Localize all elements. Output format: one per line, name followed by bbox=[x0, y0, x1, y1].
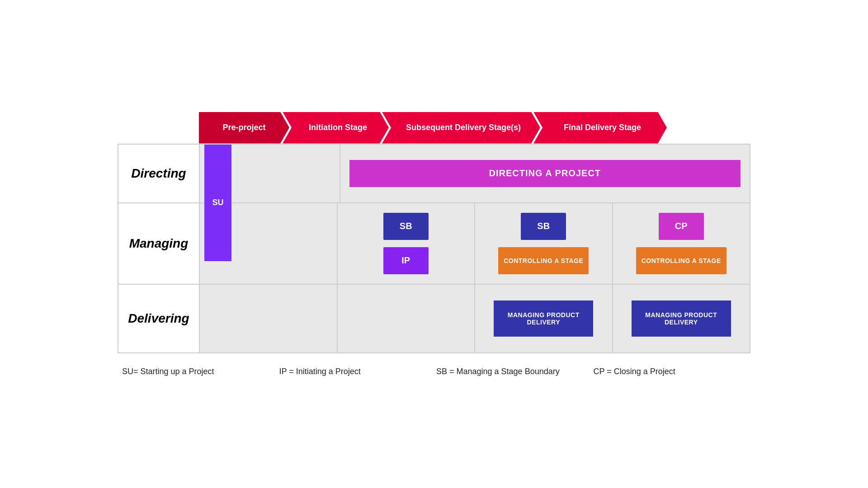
arrow-preproject: Pre-project bbox=[199, 112, 289, 144]
ip-box: IP bbox=[383, 247, 429, 274]
managing-cells: SB IP SB CONTROLLING A STAGE bbox=[200, 203, 750, 284]
mpd1-box: MANAGING PRODUCT DELIVERY bbox=[494, 300, 593, 337]
delivering-cell-subsequent: MANAGING PRODUCT DELIVERY bbox=[475, 285, 613, 352]
legend-row: SU= Starting up a Project IP = Initiatin… bbox=[118, 367, 750, 376]
legend-cp: CP = Closing a Project bbox=[594, 367, 751, 376]
cas2-box: CONTROLLING A STAGE bbox=[636, 247, 726, 274]
directing-label-cell: Directing bbox=[118, 145, 200, 202]
directing-cells: SU DIRECTING A PROJECT bbox=[200, 145, 750, 202]
arrow-initiation: Initiation Stage bbox=[283, 112, 389, 144]
sb2-box: SB bbox=[521, 213, 566, 240]
directing-bar: DIRECTING A PROJECT bbox=[349, 160, 741, 187]
delivering-cell-preproject bbox=[200, 285, 338, 352]
delivering-cell-final: MANAGING PRODUCT DELIVERY bbox=[613, 285, 750, 352]
managing-cell-final: CP CONTROLLING A STAGE bbox=[613, 203, 750, 284]
legend-ip: IP = Initiating a Project bbox=[279, 367, 437, 376]
managing-initiation-content: SB IP bbox=[383, 213, 429, 274]
managing-cell-subsequent: SB CONTROLLING A STAGE bbox=[475, 203, 613, 284]
directing-row: Directing SU DIRECTING A PROJECT bbox=[118, 145, 750, 203]
managing-subsequent-content: SB CONTROLLING A STAGE bbox=[498, 213, 589, 274]
managing-label-cell: Managing bbox=[118, 203, 200, 284]
delivering-label-cell: Delivering bbox=[118, 285, 200, 352]
directing-cell-preproject: SU bbox=[200, 145, 340, 202]
managing-label: Managing bbox=[129, 236, 189, 251]
directing-label: Directing bbox=[131, 166, 186, 181]
mpd2-box: MANAGING PRODUCT DELIVERY bbox=[632, 300, 731, 337]
delivering-cell-initiation bbox=[338, 285, 476, 352]
delivering-cells: MANAGING PRODUCT DELIVERY MANAGING PRODU… bbox=[200, 285, 750, 352]
sb1-box: SB bbox=[383, 213, 429, 240]
su-box: SU bbox=[204, 145, 231, 261]
delivering-label: Delivering bbox=[128, 311, 189, 326]
process-grid: Directing SU DIRECTING A PROJECT bbox=[118, 144, 750, 353]
managing-final-content: CP CONTROLLING A STAGE bbox=[636, 213, 726, 274]
legend-su: SU= Starting up a Project bbox=[122, 367, 279, 376]
arrow-row: Pre-project Initiation Stage Subsequent … bbox=[199, 112, 750, 144]
cas1-box: CONTROLLING A STAGE bbox=[498, 247, 589, 274]
legend-sb: SB = Managing a Stage Boundary bbox=[436, 367, 594, 376]
cp-box: CP bbox=[659, 213, 704, 240]
managing-cell-initiation: SB IP bbox=[338, 203, 476, 284]
delivering-row: Delivering MANAGING PRODUCT DELIVERY MAN… bbox=[118, 285, 750, 352]
arrow-subsequent: Subsequent Delivery Stage(s) bbox=[382, 112, 540, 144]
main-container: Pre-project Initiation Stage Subsequent … bbox=[118, 112, 750, 376]
directing-cell-span: DIRECTING A PROJECT bbox=[340, 145, 750, 202]
arrow-final: Final Delivery Stage bbox=[533, 112, 667, 144]
